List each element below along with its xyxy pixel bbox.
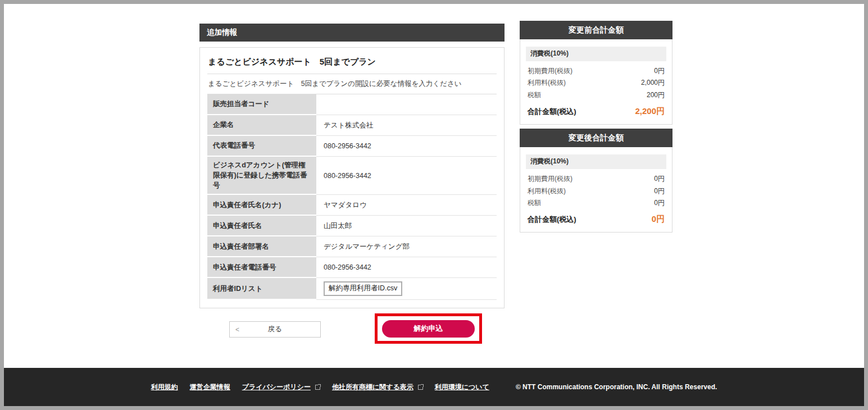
back-button[interactable]: < 戻る bbox=[229, 321, 321, 338]
form-table: 販売担当者コード 企業名 テスト株式会社 代表電話番号 080-2956-344… bbox=[207, 94, 497, 300]
total-value: 0円 bbox=[652, 214, 665, 225]
summary-header: 変更後合計金額 bbox=[520, 129, 672, 147]
summary-row-label: 税額 bbox=[528, 90, 541, 100]
field-label: 申込責任者氏名(カナ) bbox=[207, 195, 316, 216]
summary-row-label: 初期費用(税抜) bbox=[528, 66, 572, 76]
summary-body: 消費税(10%) 初期費用(税抜) 0円 利用料(税抜) 0円 税額 0円 合計… bbox=[520, 147, 672, 233]
field-value: 山田太郎 bbox=[316, 216, 497, 236]
external-link-icon bbox=[418, 385, 423, 390]
field-value: デジタルマーケティング部 bbox=[316, 236, 497, 257]
summary-row: 初期費用(税抜) 0円 bbox=[526, 65, 666, 77]
section-header: 追加情報 bbox=[199, 24, 505, 42]
summary-row-label: 税額 bbox=[528, 198, 541, 208]
summary-row-value: 2,000円 bbox=[641, 78, 665, 88]
field-label: 販売担当者コード bbox=[207, 94, 316, 115]
footer-link-environment[interactable]: 利用環境について bbox=[435, 382, 489, 392]
field-label: 代表電話番号 bbox=[207, 136, 316, 157]
total-label: 合計金額(税込) bbox=[528, 107, 576, 117]
cancel-apply-button[interactable]: 解約申込 bbox=[382, 320, 475, 338]
tax-rate-label: 消費税(10%) bbox=[526, 47, 666, 61]
highlight-box: 解約申込 bbox=[375, 313, 482, 344]
summary-row: 初期費用(税抜) 0円 bbox=[526, 173, 666, 185]
summary-total-row: 合計金額(税込) 0円 bbox=[526, 214, 666, 225]
chevron-left-icon: < bbox=[235, 326, 239, 334]
table-row: 申込責任者電話番号 080-2956-3442 bbox=[207, 257, 497, 278]
table-row: 販売担当者コード bbox=[207, 94, 497, 115]
section-title: 追加情報 bbox=[207, 28, 237, 37]
plan-description: まるごとビジネスサポート 5回までプランの開設に必要な情報を入力ください bbox=[207, 74, 497, 94]
tax-rate-label: 消費税(10%) bbox=[526, 154, 666, 169]
table-row: 企業名 テスト株式会社 bbox=[207, 115, 497, 136]
additional-info-section: 追加情報 まるごとビジネスサポート 5回までプラン まるごとビジネスサポート 5… bbox=[199, 24, 505, 350]
summary-row-label: 利用料(税抜) bbox=[528, 78, 566, 88]
summary-panel-after: 変更後合計金額 消費税(10%) 初期費用(税抜) 0円 利用料(税抜) 0円 … bbox=[520, 129, 672, 233]
field-value: 080-2956-3442 bbox=[316, 136, 497, 157]
summary-row: 利用料(税抜) 2,000円 bbox=[526, 77, 666, 89]
footer-link-company-info[interactable]: 運営企業情報 bbox=[190, 382, 230, 392]
summary-row-value: 0円 bbox=[654, 198, 665, 208]
field-value bbox=[316, 94, 497, 115]
summary-row-label: 初期費用(税抜) bbox=[528, 174, 572, 184]
summary-row: 税額 0円 bbox=[526, 197, 666, 209]
field-value: テスト株式会社 bbox=[316, 115, 497, 136]
summary-row-value: 0円 bbox=[654, 186, 665, 196]
footer-link-trademarks[interactable]: 他社所有商標に関する表示 bbox=[332, 382, 413, 392]
field-value: 080-2956-3442 bbox=[316, 157, 497, 195]
summary-total-row: 合計金額(税込) 2,200円 bbox=[526, 106, 666, 117]
summary-panel-before: 変更前合計金額 消費税(10%) 初期費用(税抜) 0円 利用料(税抜) 2,0… bbox=[520, 21, 672, 125]
summary-row-value: 200円 bbox=[647, 90, 665, 100]
plan-title: まるごとビジネスサポート 5回までプラン bbox=[207, 48, 497, 74]
form-panel: まるごとビジネスサポート 5回までプラン まるごとビジネスサポート 5回までプラ… bbox=[199, 47, 505, 308]
table-row: ビジネスdアカウント(管理権限保有)に登録した携帯電話番号 080-2956-3… bbox=[207, 157, 497, 195]
summary-row: 利用料(税抜) 0円 bbox=[526, 185, 666, 197]
total-label: 合計金額(税込) bbox=[528, 215, 576, 225]
table-row: 代表電話番号 080-2956-3442 bbox=[207, 136, 497, 157]
footer-link-privacy-policy[interactable]: プライバシーポリシー bbox=[242, 382, 311, 392]
table-row: 申込責任者氏名(カナ) ヤマダタロウ bbox=[207, 195, 497, 216]
total-value: 2,200円 bbox=[635, 106, 665, 117]
footer-link-terms[interactable]: 利用規約 bbox=[151, 382, 178, 392]
copyright: © NTT Communications Corporation, INC. A… bbox=[516, 383, 717, 391]
table-row: 申込責任者氏名 山田太郎 bbox=[207, 216, 497, 236]
field-value: 080-2956-3442 bbox=[316, 257, 497, 278]
price-summary-sidebar: 変更前合計金額 消費税(10%) 初期費用(税抜) 0円 利用料(税抜) 2,0… bbox=[520, 21, 672, 236]
summary-row-label: 利用料(税抜) bbox=[528, 186, 566, 196]
footer-links: 利用規約 運営企業情報 プライバシーポリシー 他社所有商標に関する表示 利用環境… bbox=[151, 382, 501, 392]
file-name-box[interactable]: 解約専用利用者ID.csv bbox=[324, 281, 402, 296]
summary-row-value: 0円 bbox=[654, 174, 665, 184]
summary-row: 税額 200円 bbox=[526, 89, 666, 101]
table-row: 申込責任者部署名 デジタルマーケティング部 bbox=[207, 236, 497, 257]
field-label: 利用者IDリスト bbox=[207, 278, 316, 300]
field-label: ビジネスdアカウント(管理権限保有)に登録した携帯電話番号 bbox=[207, 157, 316, 195]
field-value: ヤマダタロウ bbox=[316, 195, 497, 216]
page: 追加情報 まるごとビジネスサポート 5回までプラン まるごとビジネスサポート 5… bbox=[4, 4, 864, 406]
summary-body: 消費税(10%) 初期費用(税抜) 0円 利用料(税抜) 2,000円 税額 2… bbox=[520, 39, 672, 125]
field-label: 申込責任者電話番号 bbox=[207, 257, 316, 278]
summary-row-value: 0円 bbox=[654, 66, 665, 76]
summary-header: 変更前合計金額 bbox=[520, 21, 672, 39]
field-label: 企業名 bbox=[207, 115, 316, 136]
button-row: < 戻る 解約申込 bbox=[199, 308, 505, 350]
back-button-label: 戻る bbox=[268, 325, 282, 333]
field-label: 申込責任者氏名 bbox=[207, 216, 316, 236]
footer: 利用規約 運営企業情報 プライバシーポリシー 他社所有商標に関する表示 利用環境… bbox=[4, 368, 864, 406]
field-value: 解約専用利用者ID.csv bbox=[316, 278, 497, 300]
external-link-icon bbox=[315, 385, 320, 390]
table-row: 利用者IDリスト 解約専用利用者ID.csv bbox=[207, 278, 497, 300]
field-label: 申込責任者部署名 bbox=[207, 236, 316, 257]
